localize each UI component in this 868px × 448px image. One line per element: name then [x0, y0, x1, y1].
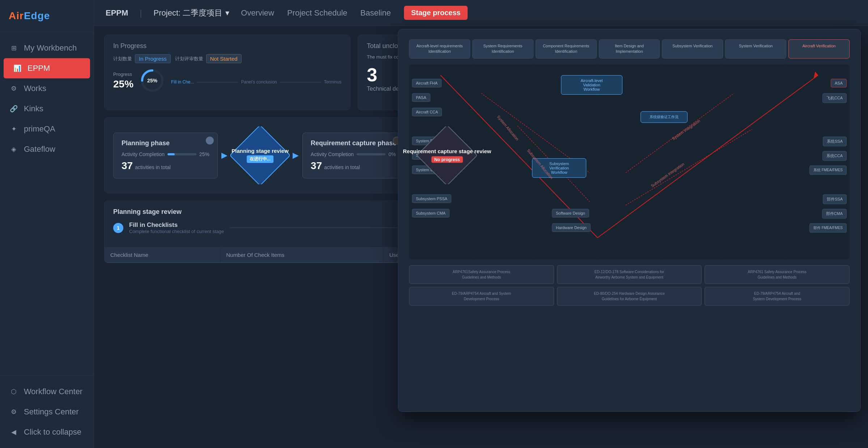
logo: AirEdge — [9, 10, 85, 22]
phase1-pct: 25% — [199, 151, 209, 157]
sidebar-item-kinks[interactable]: 🔗 Kinks — [0, 99, 94, 119]
stage-col-4: Item Design and Implementation — [599, 39, 660, 59]
step2-text: Panel's conclusion — [241, 79, 277, 85]
sidebar-item-primeqa-label: primeQA — [24, 124, 55, 134]
phase-box-1: Planning phase Activity Completion 25% 3… — [113, 133, 218, 178]
step-line2 — [280, 82, 321, 82]
phase2-count: 37 — [311, 160, 322, 172]
progress-title-text: In Progress — [113, 42, 146, 50]
std-box-1: ARP4761Safety Assurance ProcessGuideline… — [409, 265, 554, 284]
card-progress-title: In Progress — [113, 42, 341, 50]
arrow-2: ▶ — [289, 151, 302, 160]
gateflow-icon: ◈ — [9, 144, 19, 154]
stage-review-1-title: Planning stage review — [231, 148, 289, 154]
node-asa: ASA — [831, 79, 847, 87]
sidebar-item-gateflow-label: Gateflow — [24, 145, 55, 154]
nav-items: ⊞ My Workbench 📊 EPPM ⚙ Works 🔗 Kinks ✦ … — [0, 32, 94, 375]
step1-text: Fill in Che... — [171, 79, 194, 85]
tab-overview[interactable]: Overview — [241, 7, 274, 19]
sidebar-item-workbench[interactable]: ⊞ My Workbench — [0, 38, 94, 58]
stage-review-diamond-1: Planning stage review 在进行中... — [231, 126, 289, 184]
sidebar-item-workbench-label: My Workbench — [24, 43, 77, 53]
node-software-design: Software Design — [552, 209, 589, 217]
circular-progress: 25% — [140, 68, 165, 93]
node-aircraft-cca: Aircraft CCA — [412, 108, 442, 116]
progress-label-pct: Progress 25% — [113, 72, 133, 90]
progress-text: Progress — [113, 72, 133, 77]
stage-review-2-title: Requirement capture stage review — [403, 148, 491, 154]
node-subsystem-cma: Subsystem CMA — [412, 209, 450, 217]
progress-steps: Fill in Che... Panel's conclusion Termin… — [171, 79, 341, 85]
stat1-label: 计划数量 — [113, 56, 132, 62]
stage-columns: Aircraft-level requirements Identificati… — [409, 39, 850, 59]
std-box-3: ARP4761 Safety Assurance ProcessGuidelin… — [705, 265, 850, 284]
sidebar-item-gateflow[interactable]: ◈ Gateflow — [0, 139, 94, 159]
node-component-fmea: 部件 FMEA/FMES — [809, 223, 847, 233]
phase2-title: Requirement capture phase — [311, 139, 396, 147]
sidebar-item-workflow[interactable]: ⬡ Workflow Center — [0, 382, 94, 402]
stage-col-5: Subsystem Verification — [662, 39, 723, 59]
stat1-container: 计划数量 In Progress — [113, 54, 171, 63]
sidebar-item-collapse[interactable]: ◀ Click to collapse — [0, 422, 94, 442]
phase1-title: Planning phase — [122, 139, 209, 147]
logo-air: Air — [9, 10, 24, 21]
collapse-icon: ◀ — [9, 427, 19, 437]
progress-steps-container: Fill in Che... Panel's conclusion Termin… — [171, 77, 341, 85]
sidebar-item-works[interactable]: ⚙ Works — [0, 78, 94, 99]
workflow-icon: ⬡ — [9, 387, 19, 397]
phase2-activities: 37 activities in total — [311, 160, 396, 172]
phase2-completion-label: Activity Completion — [311, 151, 354, 157]
phase1-count: 37 — [122, 160, 133, 172]
svg-line-13 — [626, 129, 752, 205]
stat2-label: 计划评审数量 — [175, 56, 203, 62]
node-hardware-design: Hardware Design — [552, 223, 591, 232]
phase1-label: activities in total — [135, 164, 171, 170]
node-pasa: PASA — [412, 93, 430, 102]
stat1-badge: In Progress — [135, 54, 171, 63]
sidebar-item-primeqa[interactable]: ✦ primeQA — [0, 119, 94, 139]
step1-info: Fill in Checklists Complete functional c… — [129, 221, 224, 234]
step3-text: Terminus — [324, 79, 342, 85]
std-box-2: ED-12/DO-178 Software Considerations for… — [557, 265, 702, 284]
sidebar-item-settings-label: Settings Center — [24, 407, 79, 417]
primeqa-icon: ✦ — [9, 124, 19, 134]
th-name: Checklist Name — [105, 247, 220, 263]
chevron-down-icon: ▾ — [225, 8, 229, 18]
step1-desc: Complete functional checklist of current… — [129, 229, 224, 234]
sidebar-bottom: ⬡ Workflow Center ⚙ Settings Center ◀ Cl… — [0, 375, 94, 448]
node-system-verification-wf: 系统级验证工作流 — [641, 111, 688, 123]
stage-col-7: Aircraft Verification — [788, 39, 850, 59]
sidebar-item-eppm[interactable]: 📊 EPPM — [4, 58, 90, 78]
stage-col-6: System Verification — [725, 39, 786, 59]
progress-content: Progress 25% 25% Fill in — [113, 68, 341, 93]
phase-box-2: Requirement capture phase Activity Compl… — [302, 133, 405, 178]
project-selector[interactable]: Project: 二季度项目 ▾ — [154, 8, 230, 18]
th-check-items: Number Of Check Items — [220, 247, 383, 263]
vmodel-inner: Aircraft-level requirements Identificati… — [398, 29, 860, 412]
step1-name: Fill in Checklists — [129, 221, 224, 229]
sidebar-item-settings[interactable]: ⚙ Settings Center — [0, 402, 94, 422]
sidebar-item-works-label: Works — [24, 84, 46, 93]
tab-schedule[interactable]: Project Schedule — [287, 7, 347, 19]
phase1-progress-bar — [167, 153, 196, 155]
node-subsystem-pssa: Subsystem PSSA — [412, 194, 451, 203]
node-aircraft-validation: Aircraft-levelValidationWorkflow — [561, 75, 622, 95]
phase2-progress-bar — [357, 153, 386, 155]
phase1-activities: 37 activities in total — [122, 160, 209, 172]
stat2-badge: Not Started — [206, 54, 242, 63]
node-system-cca-r: 系统CCA — [822, 151, 847, 161]
stage-col-3: Component Requirements Identification — [536, 39, 597, 59]
stage-col-2: System Requirements Identification — [472, 39, 533, 59]
sidebar-item-kinks-label: Kinks — [24, 104, 43, 113]
sidebar-item-workflow-label: Workflow Center — [24, 387, 82, 396]
phase1-completion: Activity Completion 25% — [122, 151, 209, 157]
standards-row: ARP4761Safety Assurance ProcessGuideline… — [409, 265, 850, 306]
stage-review-2-text: Requirement capture stage review No prog… — [403, 148, 491, 163]
top-nav-links: Overview Project Schedule Baseline Stage… — [241, 6, 468, 20]
project-name: Project: 二季度项目 — [154, 8, 223, 18]
stage-process-button[interactable]: Stage process — [404, 6, 468, 20]
workbench-icon: ⊞ — [9, 43, 19, 53]
step-line1 — [197, 82, 238, 82]
tab-baseline[interactable]: Baseline — [360, 7, 391, 19]
phase1-completion-label: Activity Completion — [122, 151, 165, 157]
